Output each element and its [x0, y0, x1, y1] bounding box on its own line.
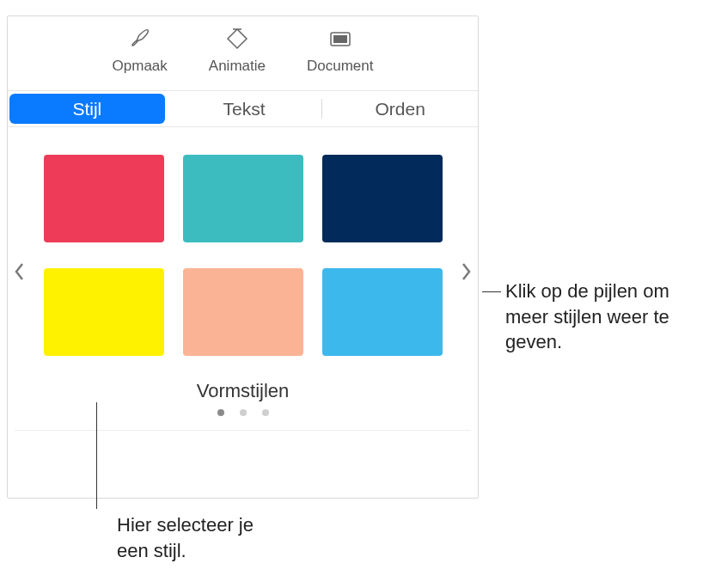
callout-leader: [96, 402, 97, 509]
style-swatch[interactable]: [322, 155, 443, 242]
diamond-icon: [223, 25, 251, 52]
callout-arrows: Klik op de pijlen om meer stijlen weer t…: [505, 279, 694, 355]
styles-section-title: Vormstijlen: [8, 380, 478, 402]
style-swatch[interactable]: [44, 155, 164, 242]
next-styles-arrow[interactable]: [457, 254, 474, 289]
prev-styles-arrow[interactable]: [11, 254, 28, 289]
tab-tekst[interactable]: Tekst: [167, 91, 322, 126]
svg-rect-1: [333, 35, 347, 43]
divider: [15, 430, 471, 431]
toolbar-item-document[interactable]: Document: [307, 25, 373, 75]
toolbar: Opmaak Animatie Document: [8, 16, 478, 91]
toolbar-item-animatie[interactable]: Animatie: [209, 25, 266, 75]
document-icon: [327, 25, 354, 52]
toolbar-label: Opmaak: [113, 58, 168, 75]
style-swatch[interactable]: [183, 155, 303, 242]
toolbar-item-opmaak[interactable]: Opmaak: [113, 25, 168, 75]
styles-area: Vormstijlen: [8, 127, 478, 431]
page-dots: [8, 409, 478, 416]
page-dot[interactable]: [262, 409, 269, 416]
toolbar-label: Animatie: [209, 58, 266, 75]
callout-leader: [482, 291, 501, 292]
inspector-tabs: Stijl Tekst Orden: [8, 91, 478, 127]
style-swatch[interactable]: [322, 268, 443, 356]
format-panel: Opmaak Animatie Document Stijl Tekst Ord…: [7, 15, 479, 499]
page-dot[interactable]: [240, 409, 247, 416]
style-swatch[interactable]: [44, 268, 164, 356]
callout-select-style: Hier selecteer je een stijl.: [117, 512, 272, 563]
brush-icon: [126, 25, 154, 52]
styles-grid: [8, 155, 478, 356]
tab-stijl[interactable]: Stijl: [9, 94, 165, 124]
style-swatch[interactable]: [183, 268, 303, 356]
tab-orden[interactable]: Orden: [322, 91, 478, 126]
toolbar-label: Document: [307, 58, 373, 75]
page-dot[interactable]: [217, 409, 224, 416]
